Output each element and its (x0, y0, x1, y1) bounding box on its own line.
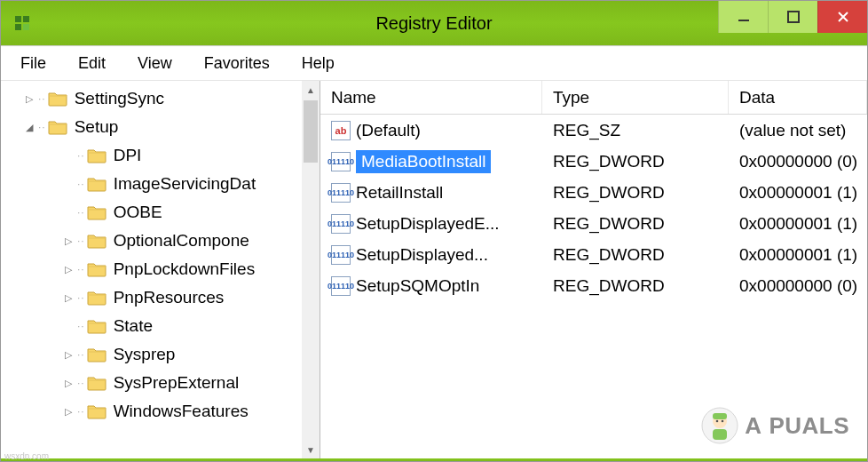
expander-closed-icon[interactable]: ▷ (61, 255, 75, 283)
expander-open-icon[interactable]: ◢ (22, 113, 36, 141)
svg-rect-2 (15, 24, 21, 30)
scroll-thumb[interactable] (304, 100, 318, 163)
window-border-bottom (1, 458, 867, 461)
reg-dword-icon: 011110 (331, 214, 351, 234)
tree-item[interactable]: ··ImageServicingDat (4, 170, 320, 198)
list-rows: ab(Default)REG_SZ(value not set)011110Me… (320, 115, 867, 301)
scroll-up-button[interactable]: ▲ (302, 81, 320, 99)
folder-icon (87, 204, 107, 220)
list-row[interactable]: ab(Default)REG_SZ(value not set) (320, 115, 867, 146)
expander-closed-icon[interactable]: ▷ (22, 84, 36, 113)
folder-icon (87, 318, 107, 334)
tree[interactable]: ▷··SettingSync◢··Setup··DPI··ImageServic… (1, 84, 320, 426)
menu-view[interactable]: View (122, 47, 188, 80)
vertical-scrollbar[interactable]: ▲ ▼ (302, 81, 320, 458)
folder-icon (87, 403, 107, 419)
value-data: 0x00000000 (0) (729, 152, 867, 171)
tree-item[interactable]: ◢··Setup (4, 113, 320, 141)
scroll-down-button[interactable]: ▼ (302, 441, 320, 458)
maximize-button[interactable] (768, 1, 817, 33)
tree-connector: ·· (36, 113, 48, 141)
tree-item[interactable]: ▷··SysPrepExternal (4, 369, 320, 397)
svg-rect-0 (15, 16, 21, 22)
minimize-button[interactable] (718, 1, 768, 33)
expander-closed-icon[interactable]: ▷ (61, 340, 75, 369)
column-type[interactable]: Type (542, 81, 729, 114)
tree-item[interactable]: ▷··WindowsFeatures (4, 397, 320, 426)
tree-item[interactable]: ▷··OptionalCompone (4, 227, 320, 255)
expander-closed-icon[interactable]: ▷ (61, 369, 75, 397)
reg-dword-icon: 011110 (331, 245, 351, 265)
tree-item[interactable]: ··State (4, 312, 320, 340)
expander-closed-icon[interactable]: ▷ (61, 227, 75, 255)
tree-connector: ·· (75, 340, 87, 369)
value-data: 0x00000001 (1) (729, 245, 867, 265)
value-data: 0x00000001 (1) (729, 183, 867, 203)
tree-item[interactable]: ▷··PnpResources (4, 283, 320, 312)
menu-file[interactable]: File (4, 47, 62, 80)
tree-item-label: ImageServicingDat (114, 170, 256, 198)
expander-closed-icon[interactable]: ▷ (61, 397, 75, 426)
menubar: File Edit View Favorites Help (1, 45, 867, 81)
reg-dword-icon: 011110 (331, 276, 351, 296)
tree-item-label: PnpResources (114, 283, 225, 312)
value-type: REG_DWORD (542, 183, 729, 203)
tree-item[interactable]: ▷··SettingSync (4, 84, 320, 113)
reg-dword-icon: 011110 (331, 152, 351, 171)
tree-item-label: WindowsFeatures (114, 397, 249, 426)
svg-rect-3 (23, 24, 29, 30)
list-row[interactable]: 011110SetupDisplayedE...REG_DWORD0x00000… (320, 208, 867, 239)
titlebar: Registry Editor (1, 1, 867, 45)
tree-item-label: OOBE (114, 198, 162, 227)
folder-icon (87, 346, 107, 362)
regedit-icon (12, 12, 33, 34)
folder-icon (48, 119, 67, 135)
list-row[interactable]: 011110SetupDisplayed...REG_DWORD0x000000… (320, 239, 867, 270)
tree-item-label: Setup (75, 113, 119, 141)
list-panel: Name Type Data ab(Default)REG_SZ(value n… (320, 81, 867, 458)
folder-icon (87, 233, 107, 249)
tree-item[interactable]: ··OOBE (4, 198, 320, 227)
tree-item-label: SettingSync (75, 84, 164, 113)
tree-item-label: DPI (114, 141, 142, 170)
column-data[interactable]: Data (729, 81, 867, 114)
tree-connector: ·· (75, 312, 87, 340)
column-name[interactable]: Name (320, 81, 542, 114)
tree-connector: ·· (75, 227, 87, 255)
list-row[interactable]: 011110MediaBootInstallREG_DWORD0x0000000… (320, 146, 867, 177)
tree-connector: ·· (75, 255, 87, 283)
tree-item[interactable]: ··DPI (4, 141, 320, 170)
tree-connector: ·· (75, 141, 87, 170)
value-type: REG_SZ (542, 121, 729, 140)
list-row[interactable]: 011110SetupSQMOptInREG_DWORD0x00000000 (… (320, 270, 867, 301)
list-row[interactable]: 011110RetailInstallREG_DWORD0x00000001 (… (320, 177, 867, 208)
tree-connector: ·· (75, 283, 87, 312)
svg-rect-1 (23, 16, 29, 22)
tree-item-label: State (114, 312, 153, 340)
svg-rect-5 (788, 12, 799, 22)
value-type: REG_DWORD (542, 276, 729, 296)
folder-icon (87, 375, 107, 391)
tree-item[interactable]: ▷··Sysprep (4, 340, 320, 369)
menu-help[interactable]: Help (286, 47, 351, 80)
tree-item[interactable]: ▷··PnpLockdownFiles (4, 255, 320, 283)
folder-icon (87, 290, 107, 306)
value-type: REG_DWORD (542, 152, 729, 171)
tree-connector: ·· (75, 198, 87, 227)
tree-item-label: SysPrepExternal (114, 369, 240, 397)
value-name: RetailInstall (356, 181, 443, 204)
folder-icon (87, 261, 107, 277)
tree-connector: ·· (36, 84, 48, 113)
expander-closed-icon[interactable]: ▷ (61, 283, 75, 312)
folder-icon (87, 176, 107, 192)
menu-edit[interactable]: Edit (62, 47, 122, 80)
close-button[interactable] (817, 1, 867, 33)
menu-favorites[interactable]: Favorites (188, 47, 286, 80)
chevron-up-icon: ▲ (306, 85, 315, 95)
tree-panel: ▷··SettingSync◢··Setup··DPI··ImageServic… (1, 81, 320, 458)
main-panel: ▷··SettingSync◢··Setup··DPI··ImageServic… (1, 81, 867, 458)
chevron-down-icon: ▼ (306, 445, 315, 455)
tree-connector: ·· (75, 170, 87, 198)
reg-sz-icon: ab (331, 121, 351, 140)
value-data: (value not set) (729, 121, 867, 140)
